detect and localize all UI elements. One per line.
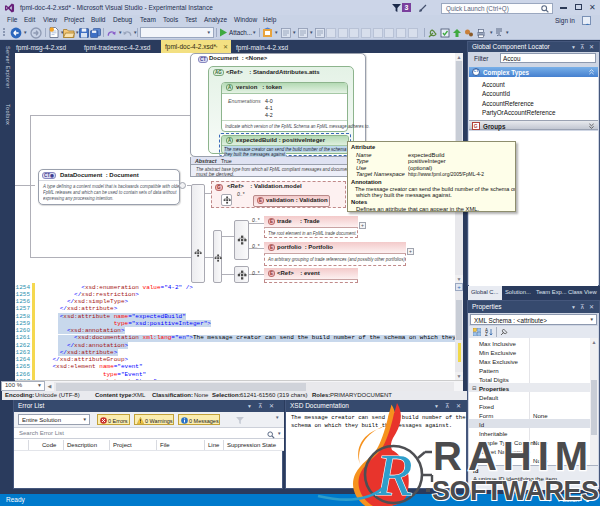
svg-text:Z: Z [485, 332, 488, 336]
